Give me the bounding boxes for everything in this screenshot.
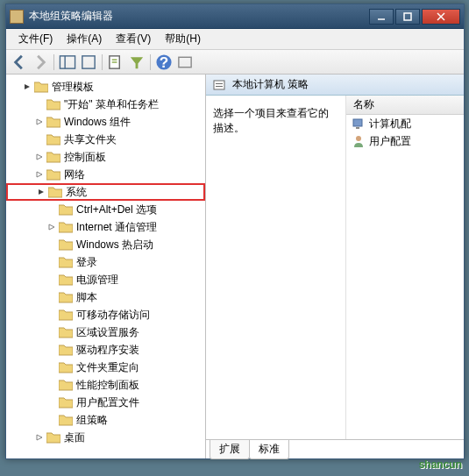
folder-icon <box>59 309 73 321</box>
folder-icon <box>46 98 60 110</box>
tree-label: 组策略 <box>76 413 108 428</box>
collapse-icon[interactable] <box>36 187 46 197</box>
tree-scripts[interactable]: 脚本 <box>6 288 205 306</box>
folder-icon <box>59 221 73 233</box>
folder-icon <box>46 116 60 128</box>
svg-rect-13 <box>214 81 224 89</box>
close-button[interactable] <box>422 9 460 25</box>
folder-icon <box>46 151 60 163</box>
maximize-button[interactable] <box>395 9 420 25</box>
tree-shared-folders[interactable]: 共享文件夹 <box>6 131 205 148</box>
svg-rect-15 <box>216 86 223 87</box>
tree-network[interactable]: 网络 <box>6 166 205 183</box>
collapse-icon[interactable] <box>22 82 32 92</box>
folder-icon <box>59 379 73 391</box>
svg-rect-1 <box>404 13 411 20</box>
tree-locale[interactable]: 区域设置服务 <box>6 323 205 341</box>
app-window: 本地组策略编辑器 文件(F) 操作(A) 查看(V) 帮助(H) ? 管理模板 <box>5 4 465 459</box>
tree-label: 区域设置服务 <box>76 325 139 340</box>
tree-label: 驱动程序安装 <box>76 343 139 358</box>
tree-perf-panel[interactable]: 性能控制面板 <box>6 376 205 394</box>
tree-group-policy[interactable]: 组策略 <box>6 411 205 429</box>
expand-icon[interactable] <box>46 222 57 232</box>
folder-icon <box>59 256 73 268</box>
back-button[interactable] <box>10 53 29 72</box>
tree-windows-components[interactable]: Windows 组件 <box>6 113 205 131</box>
folder-icon <box>46 133 60 146</box>
folder-icon <box>59 396 73 409</box>
menu-file[interactable]: 文件(F) <box>11 30 60 48</box>
tree-pane[interactable]: 管理模板 "开始" 菜单和任务栏 Windows 组件 共享文件夹 控制面板 <box>6 75 206 458</box>
expand-icon[interactable] <box>34 169 45 180</box>
list-item-user-config[interactable]: 用户配置 <box>346 132 464 150</box>
tree-logon[interactable]: 登录 <box>6 253 205 271</box>
menu-view[interactable]: 查看(V) <box>109 30 158 48</box>
description-text: 选择一个项目来查看它的描述。 <box>213 107 329 134</box>
folder-icon <box>46 168 60 181</box>
tree-label: Windows 组件 <box>64 115 131 130</box>
toolbar-properties-button[interactable] <box>106 53 125 72</box>
expand-icon[interactable] <box>34 152 45 162</box>
tree-admin-templates[interactable]: 管理模板 <box>6 78 205 96</box>
column-header-name[interactable]: 名称 <box>346 96 464 115</box>
user-icon <box>352 134 366 148</box>
tree-label: Internet 通信管理 <box>76 220 157 235</box>
toolbar-extra-button[interactable] <box>175 53 195 72</box>
expand-icon[interactable] <box>34 432 45 443</box>
tree-removable[interactable]: 可移动存储访问 <box>6 306 205 323</box>
description-pane: 选择一个项目来查看它的描述。 <box>206 96 346 439</box>
tree-internet-comm[interactable]: Internet 通信管理 <box>6 218 205 236</box>
tree-desktop[interactable]: 桌面 <box>6 429 205 446</box>
list-item-computer-config[interactable]: 计算机配 <box>346 115 464 132</box>
help-button[interactable]: ? <box>154 53 174 72</box>
tree-windows-hotstart[interactable]: Windows 热启动 <box>6 236 205 253</box>
tree-label: 登录 <box>76 255 97 270</box>
tree-system[interactable]: 系统 <box>6 183 205 201</box>
tree-start-menu[interactable]: "开始" 菜单和任务栏 <box>6 96 205 113</box>
toolbar-filter-button[interactable] <box>127 53 146 72</box>
tree-ctrl-alt-del[interactable]: Ctrl+Alt+Del 选项 <box>6 201 205 218</box>
minimize-button[interactable] <box>369 9 394 25</box>
tree-label: Windows 热启动 <box>76 238 153 252</box>
forward-button[interactable] <box>31 53 50 72</box>
tree-label: 共享文件夹 <box>64 132 117 147</box>
details-title: 本地计算机 策略 <box>232 77 309 92</box>
svg-text:?: ? <box>160 53 168 71</box>
tree-driver-install[interactable]: 驱动程序安装 <box>6 341 205 359</box>
folder-icon <box>59 414 73 426</box>
tree-label: 可移动存储访问 <box>76 308 150 323</box>
toolbar-export-button[interactable] <box>79 53 98 72</box>
folder-icon <box>48 186 62 198</box>
menu-action[interactable]: 操作(A) <box>60 30 109 48</box>
folder-icon <box>59 238 73 251</box>
tree-control-panel[interactable]: 控制面板 <box>6 148 205 166</box>
list-item-label: 用户配置 <box>369 134 411 149</box>
computer-icon <box>352 117 366 131</box>
tab-standard[interactable]: 标准 <box>249 440 289 459</box>
tree-folder-redirect[interactable]: 文件夹重定向 <box>6 359 205 376</box>
folder-icon <box>59 203 73 216</box>
tree-power-mgmt[interactable]: 电源管理 <box>6 271 205 288</box>
svg-point-18 <box>356 136 361 141</box>
tab-extended[interactable]: 扩展 <box>210 440 250 459</box>
tree-label: 脚本 <box>76 290 97 305</box>
svg-rect-4 <box>60 55 75 67</box>
svg-rect-14 <box>216 83 223 84</box>
folder-icon <box>59 344 73 356</box>
tree-label: 桌面 <box>64 430 85 445</box>
folder-icon <box>59 361 73 373</box>
tree-label: 用户配置文件 <box>76 395 139 410</box>
details-pane: 本地计算机 策略 选择一个项目来查看它的描述。 名称 计算机配 <box>206 75 464 458</box>
toolbar: ? <box>6 50 464 75</box>
menu-help[interactable]: 帮助(H) <box>158 30 208 48</box>
list-pane: 名称 计算机配 用户配置 <box>346 96 464 439</box>
folder-icon <box>59 291 73 303</box>
tree-user-config-files[interactable]: 用户配置文件 <box>6 394 205 411</box>
tree-label: 管理模板 <box>52 80 94 95</box>
folder-icon <box>34 81 48 93</box>
list-item-label: 计算机配 <box>369 117 411 131</box>
toolbar-show-hide-button[interactable] <box>58 53 77 72</box>
expand-icon[interactable] <box>34 117 45 127</box>
tree-label: 网络 <box>64 167 85 182</box>
tree-label: 文件夹重定向 <box>76 360 139 375</box>
